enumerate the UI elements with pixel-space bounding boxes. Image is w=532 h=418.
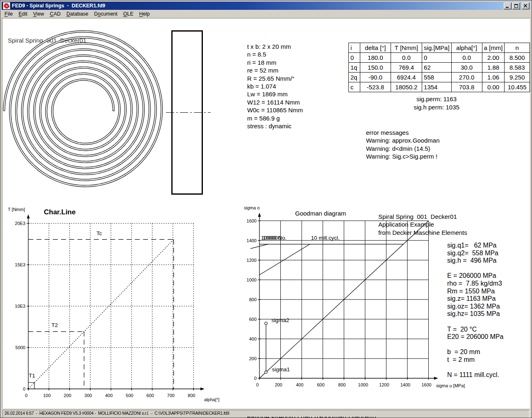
- material-info-line: sig.hz= 1035 MPa: [447, 310, 503, 318]
- table-cell: 270.0: [451, 73, 482, 82]
- material-info-line: E = 206000 MPa: [447, 272, 503, 280]
- table-cell: 703.8: [451, 82, 482, 92]
- material-info-line: [447, 318, 503, 326]
- warning-message: Warning: d<dmin (14.5): [366, 145, 440, 153]
- table-cell: 8.500: [505, 53, 530, 63]
- table-cell: 2.00: [482, 53, 505, 63]
- material-info-line: t = 2 mm: [447, 356, 503, 364]
- table-cell: 0.0: [391, 53, 422, 63]
- menu-item-document[interactable]: Document: [91, 10, 120, 18]
- spring-parameter-line: m = 586.9 g: [247, 115, 303, 123]
- error-messages-title: error messages: [366, 129, 440, 137]
- status-bar: 26.02.2014 6:57 - HEXAGON FED9 V5.3 #000…: [2, 409, 530, 417]
- column-header: n: [505, 43, 530, 53]
- menu-item-help[interactable]: Help: [136, 10, 153, 18]
- material-info-line: Rm = 1550 MPa: [447, 288, 503, 295]
- material-info-line: b = 20 mm: [447, 348, 503, 356]
- table-cell: 10.455: [505, 82, 530, 92]
- window-title: FED9 - Spiral Springs - DECKER1.fd9: [12, 3, 105, 9]
- column-header: alpha[°]: [451, 43, 482, 53]
- table-cell: 1.06: [482, 73, 505, 82]
- material-info-block: sig.q1= 62 MPasig.q2= 558 MPasig.h = 496…: [447, 242, 503, 379]
- goodman-header-line: from Decker Maschine Elements: [378, 229, 467, 237]
- spring-parameter-line: re = 52 mm: [247, 67, 303, 75]
- column-header: T [Nmm]: [391, 43, 422, 53]
- table-cell: 62: [422, 63, 452, 73]
- spring-parameter-line: n = 8.5: [247, 51, 303, 59]
- table-cell: 1354: [422, 82, 452, 92]
- material-info-line: sig.oz= 1362 MPa: [447, 303, 503, 311]
- table-cell: 0.0: [451, 53, 482, 63]
- menu-item-cad[interactable]: CAD: [47, 10, 64, 18]
- table-cell: 18050.2: [391, 82, 422, 92]
- results-table: idelta [°]T [Nmm]sig.[MPa]alpha[°]a [mm]…: [348, 43, 530, 92]
- table-cell: 769.4: [391, 63, 422, 73]
- material-info-line: sig.q1= 62 MPa: [447, 242, 503, 250]
- material-info-line: N = 1111 mill.cycl.: [447, 371, 503, 379]
- goodman-header-line: Application Example: [378, 221, 467, 229]
- menu-bar: FileEditViewCADDatabaseDocumentOLEHelp: [2, 10, 530, 18]
- material-info-line: sig.z= 1163 MPa: [447, 295, 503, 303]
- material-info-line: T = 20 °C: [447, 326, 503, 334]
- spring-parameters-block: t x b: 2 x 20 mmn = 8.5ri = 18 mmre = 52…: [247, 43, 303, 130]
- table-cell: 558: [422, 73, 452, 82]
- table-cell: 1q: [349, 63, 360, 73]
- app-spiral-icon: [3, 2, 10, 9]
- material-info-line: rho = 7.85 kg/dm3: [447, 280, 503, 288]
- close-button[interactable]: [522, 2, 530, 9]
- table-cell: 6924.4: [391, 73, 422, 82]
- material-info-line: [447, 341, 503, 349]
- column-header: sig.[MPa]: [422, 43, 452, 53]
- table-cell: c: [349, 82, 360, 92]
- table-cell: 0.00: [482, 82, 505, 92]
- error-messages-block: error messagesWarning: approx.GoodmanWar…: [366, 129, 440, 161]
- perm-note-line: sig.h perm: 1035: [383, 104, 490, 112]
- menu-item-edit[interactable]: Edit: [16, 10, 30, 18]
- document-canvas: Spiral Spring 001 Decker01 t x b: 2 x 20…: [2, 18, 530, 409]
- spring-parameter-line: t x b: 2 x 20 mm: [247, 43, 303, 51]
- warning-message: Warning: approx.Goodman: [366, 137, 440, 145]
- column-header: a [mm]: [482, 43, 505, 53]
- table-cell: -523.8: [360, 82, 391, 92]
- table-cell: 1.88: [482, 63, 505, 73]
- table-cell: 8.583: [505, 63, 530, 73]
- spring-parameter-line: R = 25.65 Nmm/°: [247, 75, 303, 83]
- table-cell: -90.0: [360, 73, 391, 82]
- table-row: 2q-90.06924.4558270.01.069.250: [349, 73, 530, 82]
- material-info-line: [447, 265, 503, 273]
- perm-note-line: sig.perm: 1163: [383, 95, 490, 104]
- minimize-button[interactable]: [504, 2, 512, 9]
- spring-parameter-line: ri = 18 mm: [247, 59, 303, 67]
- column-header: i: [349, 43, 360, 53]
- table-row: 0180.00.000.02.008.500: [349, 53, 530, 63]
- page-title: Spiral Spring 001 Decker01: [8, 37, 86, 44]
- menu-item-view[interactable]: View: [30, 10, 47, 18]
- title-bar[interactable]: FED9 - Spiral Springs - DECKER1.fd9: [2, 2, 530, 10]
- warning-message: Warning: Sig.c>Sig.perm !: [366, 153, 440, 161]
- maximize-button[interactable]: [512, 2, 520, 9]
- spring-parameter-line: stress : dynamic: [247, 123, 303, 130]
- application-window: FED9 - Spiral Springs - DECKER1.fd9 File…: [0, 0, 532, 418]
- spring-parameter-line: Lw = 1869 mm: [247, 91, 303, 98]
- menu-item-ole[interactable]: OLE: [120, 10, 136, 18]
- material-info-line: sig.h = 496 MPa: [447, 257, 503, 265]
- goodman-header-line: Spiral Spring 001 Decker01: [378, 213, 467, 221]
- material-info-line: [447, 364, 503, 372]
- table-cell: 0: [422, 53, 452, 63]
- permissible-stress-notes: sig.perm: 1163sig.h perm: 1035: [383, 95, 490, 112]
- material-info-line: E20 = 206000 MPa: [447, 333, 503, 341]
- goodman-header-block: Spiral Spring 001 Decker01Application Ex…: [378, 213, 467, 237]
- spring-parameter-line: W12 = 16114 Nmm: [247, 99, 303, 107]
- table-cell: 180.0: [360, 53, 391, 63]
- table-cell: 30.0: [451, 63, 482, 73]
- column-header: delta [°]: [360, 43, 391, 53]
- menu-item-database[interactable]: Database: [64, 10, 91, 18]
- menu-item-file[interactable]: File: [2, 10, 16, 18]
- table-cell: 150.0: [360, 63, 391, 73]
- table-cell: 0: [349, 53, 360, 63]
- spring-parameter-line: W0c = 110865 Nmm: [247, 107, 303, 114]
- material-info-line: sig.q2= 558 MPa: [447, 250, 503, 257]
- table-row: 1q150.0769.46230.01.888.583: [349, 63, 530, 73]
- table-row: c-523.818050.21354703.80.0010.455: [349, 82, 530, 92]
- table-cell: 2q: [349, 73, 360, 82]
